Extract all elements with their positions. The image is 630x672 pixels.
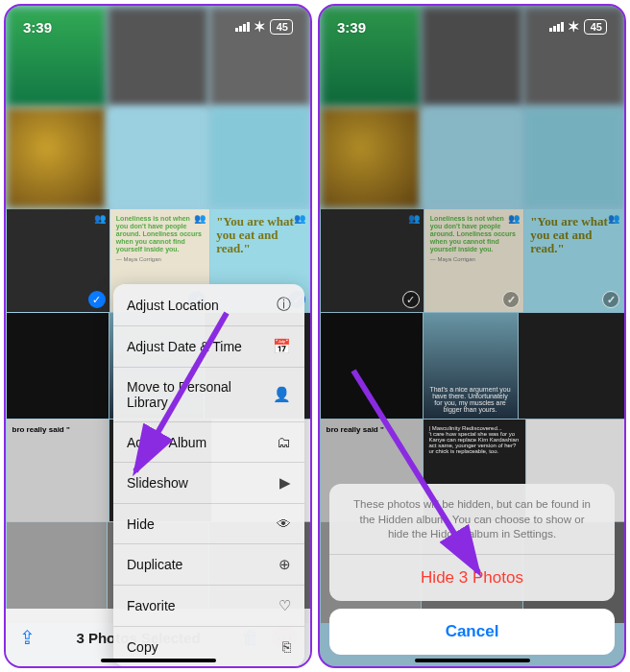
context-menu: Adjust Locationⓘ Adjust Date & Time📅 Mov… bbox=[113, 284, 304, 666]
hide-photos-button[interactable]: Hide 3 Photos bbox=[329, 554, 615, 601]
menu-adjust-location[interactable]: Adjust Locationⓘ bbox=[113, 284, 304, 325]
copy-icon: ⎘ bbox=[282, 638, 291, 655]
info-icon: ⓘ bbox=[277, 296, 291, 314]
status-bar: 3:39 ✶ 45 bbox=[320, 6, 624, 48]
wifi-icon: ✶ bbox=[568, 18, 580, 36]
duplicate-icon: ⊕ bbox=[279, 556, 291, 573]
status-right: ✶ 45 bbox=[235, 18, 293, 36]
shared-icon: 👥 bbox=[94, 213, 106, 224]
calendar-icon: 📅 bbox=[273, 338, 291, 355]
photo-thumb[interactable]: bro really said " bbox=[7, 420, 109, 521]
action-sheet: These photos will be hidden, but can be … bbox=[329, 484, 615, 655]
selected-check-icon[interactable]: ✓ bbox=[88, 291, 106, 308]
shared-icon: 👥 bbox=[294, 213, 305, 224]
menu-favorite[interactable]: Favorite♡ bbox=[113, 585, 304, 626]
share-icon[interactable]: ⇪ bbox=[19, 626, 36, 649]
eye-slash-icon: 👁 bbox=[277, 516, 291, 532]
phone-left: 3:39 ✶ 45 👥✓ Loneliness is not when you … bbox=[4, 4, 312, 668]
status-time: 3:39 bbox=[23, 19, 52, 36]
menu-add-album[interactable]: Add to Album🗂 bbox=[113, 421, 304, 462]
phone-right: 3:39 ✶ 45 👥✓ Loneliness is not when you … bbox=[318, 4, 626, 668]
wifi-icon: ✶ bbox=[254, 18, 266, 36]
photo-thumb[interactable]: 👥✓ bbox=[7, 209, 109, 312]
status-time: 3:39 bbox=[337, 19, 366, 36]
cellular-icon bbox=[235, 22, 250, 32]
play-icon: ▶︎ bbox=[279, 474, 291, 492]
cancel-button[interactable]: Cancel bbox=[329, 609, 615, 655]
menu-adjust-datetime[interactable]: Adjust Date & Time📅 bbox=[113, 325, 304, 367]
battery-icon: 45 bbox=[584, 19, 607, 35]
status-right: ✶ 45 bbox=[549, 18, 607, 36]
sheet-message: These photos will be hidden, but can be … bbox=[329, 484, 615, 554]
menu-move-personal[interactable]: Move to Personal Library👤 bbox=[113, 367, 304, 421]
menu-duplicate[interactable]: Duplicate⊕ bbox=[113, 543, 304, 585]
status-bar: 3:39 ✶ 45 bbox=[6, 6, 310, 48]
battery-icon: 45 bbox=[270, 19, 293, 35]
menu-hide[interactable]: Hide👁 bbox=[113, 503, 304, 543]
album-icon: 🗂 bbox=[277, 434, 291, 450]
photo-thumb[interactable] bbox=[7, 313, 109, 419]
heart-icon: ♡ bbox=[279, 597, 291, 614]
home-indicator[interactable] bbox=[415, 659, 530, 662]
person-icon: 👤 bbox=[273, 386, 291, 403]
menu-slideshow[interactable]: Slideshow▶︎ bbox=[113, 462, 304, 503]
cellular-icon bbox=[549, 22, 564, 32]
home-indicator[interactable] bbox=[101, 659, 216, 662]
shared-icon: 👥 bbox=[194, 213, 206, 225]
